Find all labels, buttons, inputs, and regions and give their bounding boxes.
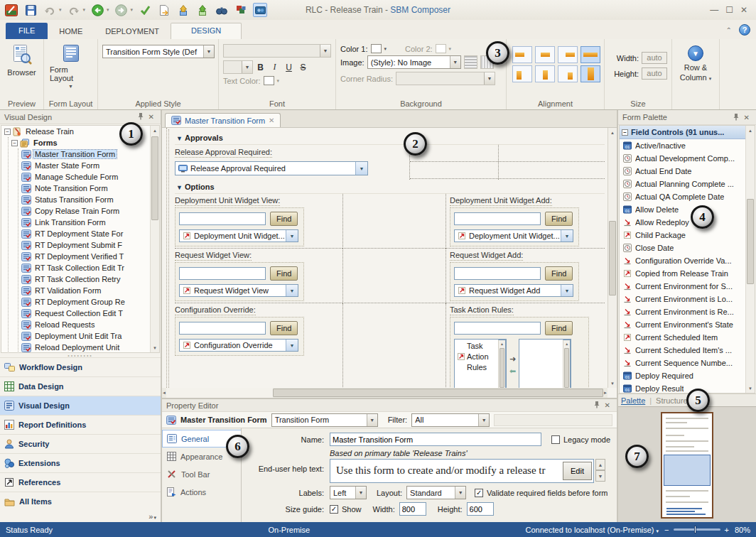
section-options[interactable]: ▼ Options [175, 180, 605, 194]
nav-item[interactable]: Extensions [0, 453, 161, 472]
nav-item[interactable]: All Items [0, 492, 161, 511]
deploy-icon[interactable] [176, 3, 190, 17]
palette-item[interactable]: 01 Deploy Required [620, 369, 745, 382]
approval-field-label[interactable]: Release Approval Required: [175, 148, 272, 158]
property-tab[interactable]: Tool Bar [162, 465, 241, 483]
tree-item-form[interactable]: RT Validation Form [18, 285, 159, 296]
width-input[interactable]: auto [642, 52, 667, 64]
zoom-slider[interactable] [674, 528, 720, 531]
req-view-dropdown[interactable]: Request Widget View▼ [179, 284, 298, 297]
font-size-combo[interactable]: ▼ [223, 60, 253, 74]
pin-icon[interactable] [135, 112, 146, 121]
form-width-input[interactable] [399, 502, 426, 516]
palette-item[interactable]: Close Date [620, 242, 745, 254]
help-text-input[interactable]: Use this form to create and/or modify a … [330, 459, 594, 483]
task-rules-input[interactable] [454, 322, 541, 335]
settings-icon[interactable] [253, 3, 267, 17]
tab-home[interactable]: HOME [48, 24, 94, 39]
tab-palette[interactable]: Palette [621, 396, 645, 405]
req-add-find-button[interactable]: Find [545, 266, 573, 281]
height-input[interactable]: auto [642, 67, 667, 80]
tree-item-form[interactable]: RT Deployment Group Re [18, 296, 159, 308]
req-view-label[interactable]: Request Widget View: [175, 251, 252, 261]
move-right-icon[interactable]: ➜ [509, 354, 516, 364]
connection-status[interactable]: Connected to localhost (On-Premise) ▾ [526, 526, 659, 534]
config-override-label[interactable]: Configuration Override: [175, 305, 256, 315]
underline-button[interactable]: U [282, 60, 296, 74]
tab-deployment[interactable]: DEPLOYMENT [94, 24, 171, 39]
tab-file[interactable]: FILE [6, 23, 48, 39]
du-view-label[interactable]: Deployment Unit Widget View: [175, 196, 280, 206]
palette-item[interactable]: Child Package [620, 229, 745, 242]
publish-icon[interactable] [157, 3, 171, 17]
thumbnail-viewport[interactable] [664, 455, 711, 486]
palette-item[interactable]: Actual End Date [620, 165, 745, 178]
validate-checkbox[interactable]: ✓ [475, 489, 483, 497]
applied-style-combo[interactable]: Transition Form Style (Def▼ [102, 45, 215, 58]
valign-bottom-right-button[interactable] [558, 65, 578, 82]
task-rules-selected-list[interactable]: ▲▼ [519, 339, 571, 388]
legacy-mode-checkbox[interactable] [551, 435, 560, 444]
tree-item-form[interactable]: Reload Deployment Unit [18, 342, 159, 353]
property-tab[interactable]: Actions [162, 483, 241, 501]
layout-combo[interactable]: Standard▼ [406, 486, 466, 499]
zoom-in-icon[interactable]: + [725, 526, 729, 534]
undo-dropdown-icon[interactable]: ▾ [59, 7, 62, 13]
tree-item-form[interactable]: Request Collection Edit T [18, 308, 159, 319]
forward-dropdown-icon[interactable]: ▾ [131, 7, 134, 13]
forward-icon[interactable] [114, 3, 129, 17]
close-tab-icon[interactable]: ✕ [269, 116, 274, 124]
align-justify-button[interactable] [580, 46, 600, 63]
align-right-button[interactable] [558, 46, 578, 63]
canvas-horizontal-scrollbar[interactable]: ◄ ► [162, 388, 608, 398]
nav-item[interactable]: Visual Design [0, 396, 161, 415]
font-family-combo[interactable]: ▼ [223, 44, 331, 58]
texture-horizontal-icon[interactable] [464, 55, 477, 69]
close-panel-icon[interactable]: ✕ [603, 401, 612, 409]
palette-group-header[interactable]: − Field Controls (91 unus... [620, 126, 755, 139]
help-text-spinner[interactable]: ▲▼ [595, 459, 605, 482]
collapse-icon[interactable]: − [622, 129, 628, 136]
palette-item[interactable]: Allow Redeploy [620, 216, 745, 229]
italic-button[interactable]: I [268, 60, 281, 74]
palette-item[interactable]: Actual Planning Complete ... [620, 178, 745, 190]
text-color-swatch[interactable] [264, 76, 274, 85]
collapse-icon[interactable]: − [11, 140, 18, 146]
tree-item-form[interactable]: RT Deployment Submit F [18, 239, 159, 251]
color1-dropdown-icon[interactable]: ▾ [384, 46, 387, 52]
form-height-input[interactable] [467, 502, 494, 516]
palette-item[interactable]: 01 Allow Delete [620, 203, 745, 216]
back-dropdown-icon[interactable]: ▾ [107, 7, 109, 13]
tree-item-form[interactable]: Master State Form [18, 160, 159, 171]
tree-scrollbar[interactable]: ▲ ▼ [150, 126, 159, 352]
nav-item[interactable]: Data Design [0, 376, 161, 396]
image-combo[interactable]: (Style): No Image▼ [367, 55, 461, 69]
palette-item[interactable]: Configuration Override Va... [620, 254, 745, 267]
row-column-button[interactable]: ▼ Row & Column ▾ [675, 43, 716, 85]
nav-overflow-chevron[interactable]: »▾ [0, 511, 161, 522]
section-approvals[interactable]: ▼ Approvals [175, 131, 605, 145]
palette-item[interactable]: Current Environment is Re... [620, 305, 745, 318]
palette-item[interactable]: Copied from Release Train [620, 267, 745, 280]
tree-item-form[interactable]: RT Task Collection Retry [18, 273, 159, 285]
tree-item-form[interactable]: Status Transition Form [18, 194, 159, 205]
config-override-dropdown[interactable]: Configuration Override▼ [179, 339, 298, 352]
palette-item[interactable]: 01 Active/Inactive [620, 139, 745, 152]
palette-item[interactable]: Actual Development Comp... [620, 152, 745, 165]
text-color-dropdown-icon[interactable]: ▾ [277, 78, 280, 84]
req-add-dropdown[interactable]: Request Widget Add▼ [454, 284, 573, 297]
close-panel-icon[interactable]: ✕ [146, 113, 156, 121]
palette-item[interactable]: Current Environment's State [620, 318, 745, 331]
form-layout-button[interactable]: Form Layout ▼ [47, 42, 94, 91]
name-input[interactable] [330, 433, 541, 446]
nav-item[interactable]: Security [0, 434, 161, 453]
canvas-vertical-scrollbar[interactable]: ▲ ▼ [608, 128, 617, 388]
tree-item-form[interactable]: Note Transition Form [18, 183, 159, 194]
du-add-input[interactable] [454, 212, 541, 225]
nav-item[interactable]: Workflow Design [0, 357, 161, 376]
tree-item-form[interactable]: Copy Relase Train Form [18, 205, 159, 217]
config-override-input[interactable] [179, 322, 266, 335]
document-tab[interactable]: Master Transition Form ✕ [165, 113, 281, 127]
form-type-combo[interactable]: Transition Form▼ [271, 413, 378, 427]
du-view-find-button[interactable]: Find [270, 212, 298, 226]
